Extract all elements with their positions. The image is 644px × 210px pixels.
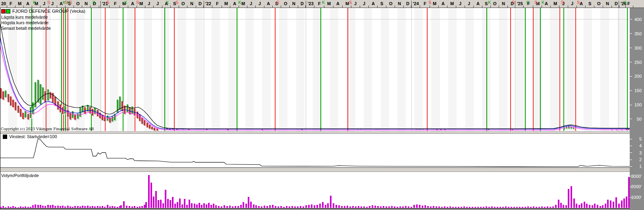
month-tick (542, 6, 542, 8)
candle (17, 106, 19, 113)
month-label: J (156, 1, 159, 7)
month-label: J (354, 1, 357, 7)
volume-bar (275, 206, 276, 208)
month-band (381, 8, 389, 131)
volume-bar (305, 205, 307, 208)
month-tick (90, 6, 91, 8)
volume-bar (455, 207, 457, 208)
volume-bar (280, 206, 282, 208)
volume-bar (578, 205, 580, 208)
candle (25, 111, 26, 118)
volume-bar (208, 203, 210, 208)
month-label: J (468, 1, 470, 7)
volume-bar (303, 206, 304, 208)
volume-bar (311, 204, 312, 208)
volume-bar (107, 205, 108, 208)
volume-bar (67, 206, 69, 208)
volume-bar (349, 206, 351, 208)
month-label: A (336, 1, 339, 7)
volume-bar (0, 207, 2, 208)
volume-bar (438, 206, 440, 208)
volume-bar (377, 206, 379, 208)
volume-bar (52, 205, 54, 208)
volume-bar (229, 206, 231, 208)
volume-bar (422, 206, 423, 208)
volume-bar (416, 204, 418, 208)
month-band (600, 8, 609, 131)
time-axis[interactable]: 20FMAMJJASOND'21FMAMJJASOND'22FMAMJJASON… (0, 0, 644, 8)
candle (42, 87, 44, 100)
candle (62, 107, 64, 114)
month-label: N (502, 1, 505, 7)
volume-bar (419, 205, 420, 208)
volume-bar (269, 205, 271, 208)
month-tick (179, 6, 179, 8)
volume-bar (240, 205, 242, 208)
volume-bar (399, 206, 401, 208)
month-label: D (615, 1, 618, 7)
volume-bar (174, 204, 176, 208)
month-tick (314, 6, 314, 8)
month-tick (533, 6, 533, 8)
month-band (279, 8, 287, 131)
month-label: J (148, 1, 150, 7)
volume-bar (248, 197, 249, 208)
volume-bar (109, 206, 111, 208)
month-band (516, 8, 524, 131)
month-label: A (476, 1, 480, 7)
candle (64, 106, 66, 114)
volume-bar (250, 202, 252, 208)
candle (149, 125, 150, 129)
volume-bar (20, 206, 21, 208)
right-axis-strip (630, 8, 644, 210)
month-tick (73, 6, 74, 8)
volume-bar (314, 205, 315, 208)
chart-canvas[interactable] (0, 0, 644, 210)
volume-bar (289, 206, 290, 208)
volume-bar (452, 207, 454, 208)
volume-bar (563, 205, 564, 208)
month-tick (212, 6, 212, 8)
month-label: M (433, 1, 436, 7)
month-band (465, 8, 474, 131)
volume-bar (402, 206, 404, 208)
volume-bar (538, 207, 540, 208)
month-label: A (60, 1, 63, 7)
volume-bar (463, 206, 465, 208)
month-tick (153, 6, 154, 8)
month-label: A (26, 1, 29, 7)
month-tick (120, 6, 120, 8)
separator-band (0, 168, 630, 171)
volume-bar (361, 206, 362, 208)
month-tick (550, 6, 551, 8)
candle (2, 91, 4, 100)
volume-bar (165, 190, 166, 208)
month-band (313, 8, 321, 131)
month-label: O (76, 1, 80, 7)
volume-bar (594, 204, 596, 208)
volume-bar (613, 202, 614, 208)
year-separator (411, 1, 412, 8)
candle (119, 96, 121, 110)
year-separator (306, 1, 306, 8)
volume-bar (516, 207, 518, 208)
volume-bar (181, 204, 183, 208)
volume-bar (584, 202, 585, 208)
month-band (212, 8, 220, 131)
volume-bar (60, 206, 61, 208)
volume-bar (394, 206, 395, 208)
month-tick (377, 6, 378, 8)
volume-bar (25, 206, 26, 208)
candle-shadow (612, 130, 613, 131)
month-label: F (318, 1, 321, 7)
candle (8, 94, 9, 102)
month-label: N (85, 1, 88, 7)
year-separator (619, 1, 619, 8)
month-tick (32, 6, 32, 8)
month-tick (333, 6, 334, 8)
year-label: '24 (413, 1, 419, 7)
volume-bar (505, 206, 507, 208)
volume-bar (237, 206, 239, 208)
volume-bar (486, 206, 487, 208)
volume-bar (243, 202, 244, 208)
